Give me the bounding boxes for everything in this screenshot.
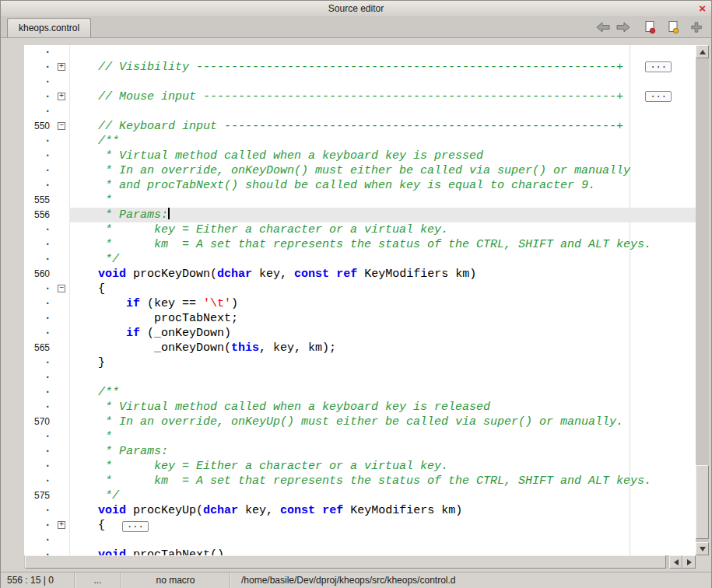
- code-line[interactable]: · if (_onKeyDown): [24, 326, 696, 341]
- line-number: ·: [24, 75, 55, 89]
- fold-toggle-icon[interactable]: +: [58, 63, 65, 71]
- code-line[interactable]: ·− {: [24, 282, 696, 296]
- code-line[interactable]: 570 * In an override, onKeyUp() must eit…: [24, 415, 696, 429]
- titlebar[interactable]: Source editor ×: [1, 1, 711, 17]
- page-red-action-button[interactable]: [641, 19, 658, 36]
- line-number: ·: [24, 355, 55, 370]
- line-number: ·: [24, 296, 55, 311]
- code-line[interactable]: · * key = Either a character or a virtua…: [24, 459, 696, 474]
- line-number: ·: [24, 370, 55, 385]
- tab-kheops-control[interactable]: kheops.control: [7, 18, 91, 37]
- code-token: * km = A set that represents the status …: [70, 238, 651, 251]
- horizontal-scroll-thumb[interactable]: [25, 555, 666, 569]
- code-line[interactable]: ·+ // Visibility -----------------------…: [24, 60, 696, 75]
- code-line[interactable]: ·: [24, 45, 696, 60]
- code-line[interactable]: 556 * Params:: [24, 208, 696, 222]
- code-line[interactable]: · if (key == '\t'): [24, 296, 696, 311]
- vertical-scrollbar[interactable]: [696, 45, 709, 555]
- code-line[interactable]: ·: [24, 75, 696, 89]
- code-line[interactable]: · * km = A set that represents the statu…: [24, 474, 696, 488]
- code-text: // Mouse input -------------------------…: [70, 89, 696, 104]
- fold-margin: [55, 459, 70, 474]
- fold-margin: [55, 474, 70, 488]
- code-line[interactable]: ·+ // Mouse input ----------------------…: [24, 89, 696, 104]
- vertical-scroll-thumb[interactable]: [696, 465, 709, 539]
- code-line[interactable]: 575 */: [24, 488, 696, 503]
- horizontal-scrollbar[interactable]: [24, 555, 696, 569]
- code-line[interactable]: 565 _onKeyDown(this, key, km);: [24, 341, 696, 355]
- code-line[interactable]: · /**: [24, 385, 696, 400]
- code-editor[interactable]: ··+ // Visibility ----------------------…: [24, 45, 696, 555]
- fold-toggle-icon[interactable]: +: [58, 521, 65, 529]
- fold-margin: [55, 370, 70, 385]
- line-number: 565: [24, 341, 55, 355]
- code-line[interactable]: ·: [24, 370, 696, 385]
- fold-margin: [55, 400, 70, 415]
- code-line[interactable]: · */: [24, 252, 696, 267]
- go-forward-button[interactable]: [615, 19, 632, 36]
- code-token: void: [98, 548, 126, 555]
- fold-margin: [55, 178, 70, 193]
- code-line[interactable]: · }: [24, 355, 696, 370]
- line-number: 556: [24, 208, 55, 222]
- code-text: void procKeyDown(dchar key, const ref Ke…: [70, 267, 696, 282]
- code-token: '\t': [203, 297, 231, 310]
- code-token: */: [70, 489, 119, 502]
- fold-margin: [55, 267, 70, 282]
- scroll-left-button[interactable]: [669, 555, 682, 569]
- go-back-button[interactable]: [595, 19, 612, 36]
- code-text: *: [70, 193, 696, 208]
- close-icon[interactable]: ×: [699, 1, 706, 16]
- code-line[interactable]: · * Params:: [24, 444, 696, 459]
- line-number: ·: [24, 311, 55, 326]
- folded-code-ellipsis[interactable]: ...: [122, 521, 149, 532]
- code-token: *: [70, 430, 112, 443]
- line-number: ·: [24, 60, 55, 75]
- fold-margin: [55, 45, 70, 60]
- code-line[interactable]: · * Virtual method called when a keyboar…: [24, 149, 696, 163]
- folded-code-ellipsis[interactable]: ...: [645, 61, 672, 72]
- code-line[interactable]: ·+ {...: [24, 518, 696, 533]
- page-yellow-action-button[interactable]: [665, 19, 682, 36]
- code-token: * Virtual method called when a keyboard …: [70, 149, 483, 163]
- code-text: * Virtual method called when a keyboard …: [70, 400, 696, 415]
- code-text: {: [70, 282, 696, 296]
- folded-code-ellipsis[interactable]: ...: [645, 91, 672, 102]
- code-token: /**: [70, 386, 119, 399]
- code-token: */: [70, 253, 119, 266]
- code-line[interactable]: · * In an override, onKeyDown() must eit…: [24, 163, 696, 178]
- code-line[interactable]: · procTabNext;: [24, 311, 696, 326]
- scroll-down-button[interactable]: [696, 542, 709, 555]
- code-line[interactable]: · void procTabNext(): [24, 548, 696, 555]
- code-token: const: [280, 504, 315, 517]
- fold-toggle-icon[interactable]: +: [58, 93, 65, 100]
- code-token: procKeyUp(: [126, 504, 203, 517]
- fold-margin: +: [55, 89, 70, 104]
- code-line[interactable]: 550− // Keyboard input -----------------…: [24, 119, 696, 134]
- code-token: const: [294, 268, 329, 281]
- line-number: ·: [24, 222, 55, 237]
- code-line[interactable]: · * km = A set that represents the statu…: [24, 237, 696, 252]
- code-token: if: [126, 327, 140, 340]
- code-token: , key, km);: [259, 341, 336, 355]
- code-line[interactable]: 555 *: [24, 193, 696, 208]
- code-line[interactable]: · * and procTabNext() should be called w…: [24, 178, 696, 193]
- fold-toggle-icon[interactable]: −: [58, 285, 65, 292]
- code-line[interactable]: · * Virtual method called when a keyboar…: [24, 400, 696, 415]
- tab-bar: kheops.control: [1, 16, 711, 38]
- code-line[interactable]: · /**: [24, 134, 696, 149]
- code-token: /**: [70, 135, 119, 148]
- fold-margin: [55, 385, 70, 400]
- scroll-up-button[interactable]: [696, 45, 709, 58]
- code-line[interactable]: ·: [24, 533, 696, 548]
- code-line[interactable]: · *: [24, 429, 696, 444]
- status-panel-2: ...: [75, 572, 121, 588]
- code-line[interactable]: 560 void procKeyDown(dchar key, const re…: [24, 267, 696, 282]
- scroll-right-button[interactable]: [682, 555, 696, 569]
- code-line[interactable]: ·: [24, 104, 696, 119]
- fold-toggle-icon[interactable]: −: [58, 122, 65, 130]
- code-line[interactable]: · * key = Either a character or a virtua…: [24, 222, 696, 237]
- split-view-button[interactable]: [688, 19, 705, 36]
- code-text: * km = A set that represents the status …: [70, 237, 696, 252]
- code-line[interactable]: · void procKeyUp(dchar key, const ref Ke…: [24, 503, 696, 518]
